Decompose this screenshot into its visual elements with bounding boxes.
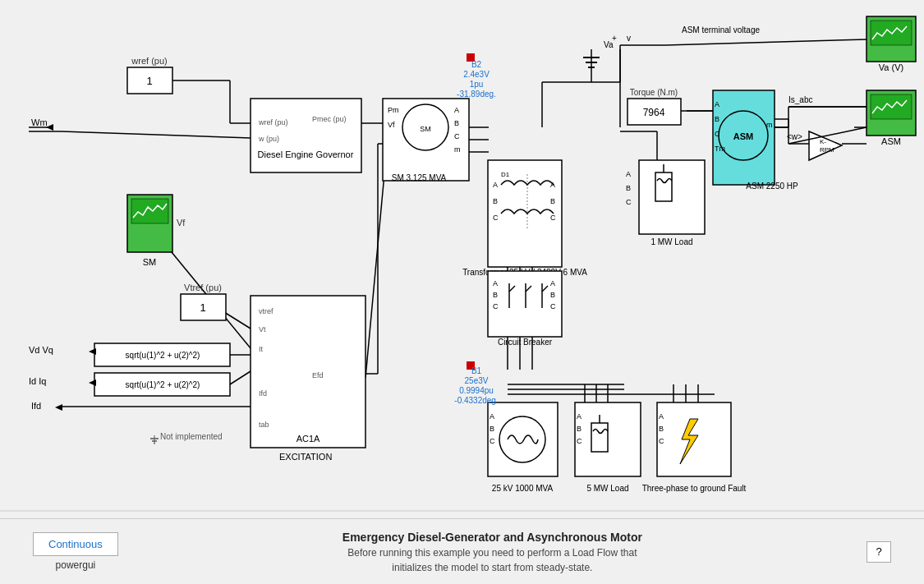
it-in-label: It: [259, 345, 264, 353]
sqrt2-label: sqrt(u(1)^2 + u(2)^2): [126, 380, 200, 389]
simulink-canvas: 1 wref (pu) 1 Vtref (pu) Diesel Engine G…: [0, 0, 924, 584]
omega-display-label: <w>: [787, 132, 802, 141]
vtref-const-label: Vtref (pu): [184, 283, 222, 292]
load1-label: 1 MW Load: [650, 237, 692, 246]
asm-scope-label: ASM: [881, 136, 901, 146]
minus-symbol: v: [627, 34, 631, 43]
not-impl-label: Not implemented: [160, 432, 223, 441]
b2-pu: 1pu: [470, 80, 484, 89]
excitation-label: EXCITATION: [279, 452, 332, 462]
vtref-in-label: vtref: [259, 307, 274, 315]
bottom-bar: Continuous powergui Emergency Diesel-Gen…: [0, 518, 924, 584]
trans-b-right: B: [550, 197, 555, 205]
fault-label: Three-phase to ground Fault: [642, 484, 747, 493]
trans-b-left: B: [493, 197, 498, 205]
load1-a: A: [626, 170, 631, 178]
cb-label: Circuit Breaker: [498, 338, 553, 347]
wref-const-value: 1: [146, 75, 152, 87]
tab-in-label: tab: [259, 421, 269, 429]
rpm-label: K-: [820, 138, 826, 145]
diesel-governor-label: Diesel Engine Governor: [258, 149, 354, 159]
wm-label: Wm: [31, 117, 48, 127]
va-scope-label: Va (V): [879, 62, 903, 72]
svg-rect-53: [131, 199, 168, 223]
source-label: 25 kV 1000 MVA: [492, 484, 554, 493]
b1-pu: 0.9994pu: [459, 386, 494, 395]
sm-mva-label: SM 3.125 MVA: [392, 173, 447, 182]
fault-c: C: [659, 437, 664, 445]
asm-m-out: m: [766, 121, 773, 129]
asm-b-in: B: [715, 115, 719, 123]
plus-symbol: +: [612, 34, 617, 43]
ifd-display-label: Ifd: [31, 401, 41, 411]
fault-b: B: [659, 425, 664, 433]
pm-port: Pm: [388, 106, 399, 114]
load1-b: B: [626, 184, 631, 192]
vf-port: Vf: [388, 121, 395, 129]
trans-d1: D1: [501, 171, 510, 178]
svg-point-73: [499, 416, 545, 462]
cb-a-left: A: [493, 279, 498, 287]
ifd-in-label: Ifd: [259, 389, 267, 398]
trans-c-left: C: [493, 214, 499, 222]
wref-port-label: wref (pu): [258, 118, 288, 126]
trans-c-right: C: [550, 214, 556, 222]
cb-c-right: C: [550, 302, 556, 310]
efd-out-label: Efd: [312, 371, 324, 379]
sm-c-port: C: [454, 132, 460, 140]
vdvq-label: Vd Vq: [29, 345, 53, 355]
asm-terminal-label: ASM terminal voltage: [682, 25, 760, 34]
asm-tm-in: Tm: [715, 145, 725, 153]
b1-voltage: 25e3V: [465, 376, 489, 385]
vf-label: Vf: [177, 218, 186, 228]
sqrt1-label: sqrt(u(1)^2 + u(2)^2): [126, 351, 200, 360]
b2-voltage: 2.4e3V: [463, 70, 490, 79]
torque-label: Torque (N.m): [630, 88, 678, 97]
torque-value: 7964: [643, 107, 665, 118]
sm-a-port: A: [454, 106, 459, 114]
idiq-label: Id Iq: [29, 376, 46, 386]
sm-scope-label: SM: [143, 257, 157, 267]
diagram-svg: 1 wref (pu) 1 Vtref (pu) Diesel Engine G…: [0, 0, 924, 584]
src-a: A: [490, 412, 494, 421]
diagram-title: Emergency Diesel-Generator and Asynchron…: [118, 531, 867, 544]
diagram-desc-line2: initializes the model to start from stea…: [118, 562, 867, 573]
b1-angle: -0.4332deg.: [454, 396, 498, 405]
wref-const-label: wref (pu): [131, 56, 167, 66]
rpm-sublabel: RPM: [820, 146, 834, 154]
b2-label: B2: [471, 60, 482, 69]
cb-c-left: C: [493, 302, 499, 310]
load5-a: A: [577, 412, 582, 421]
sm-b-port: B: [454, 119, 459, 127]
continuous-button[interactable]: Continuous: [33, 532, 118, 556]
asm-c-in: C: [715, 130, 720, 138]
w-port-label: w (pu): [258, 135, 279, 143]
b1-label: B1: [471, 366, 482, 375]
diagram-desc-line1: Before running this example you need to …: [118, 547, 867, 559]
vtref-const-value: 1: [200, 301, 205, 314]
powergui-box: Continuous powergui: [33, 532, 118, 571]
help-button[interactable]: ?: [867, 541, 891, 563]
cb-b-left: B: [493, 291, 498, 299]
load5-b: B: [577, 425, 582, 433]
asm-inner-label: ASM: [733, 131, 753, 141]
fault-a: A: [659, 412, 664, 421]
cb-a-right: A: [550, 279, 555, 287]
src-c: C: [490, 437, 495, 445]
is-abc-label: Is_abc: [788, 95, 812, 104]
load5-c: C: [577, 437, 582, 445]
cb-b-right: B: [550, 291, 555, 299]
b2-angle: -31.89deg.: [457, 90, 496, 99]
load1-c: C: [626, 198, 632, 206]
trans-a-right: A: [550, 181, 555, 189]
sm-inner-label: SM: [420, 125, 431, 133]
asm-label: ASM 2250 HP: [746, 182, 798, 191]
pmec-port-label: Pmec (pu): [312, 115, 347, 123]
asm-a-in: A: [715, 100, 719, 108]
ac1a-label: AC1A: [297, 434, 320, 444]
bottom-center: Emergency Diesel-Generator and Asynchron…: [118, 531, 867, 573]
powergui-label: powergui: [56, 559, 96, 571]
vt-in-label: Vt: [259, 325, 266, 333]
trans-a-left: A: [493, 181, 498, 189]
src-b: B: [490, 425, 494, 433]
